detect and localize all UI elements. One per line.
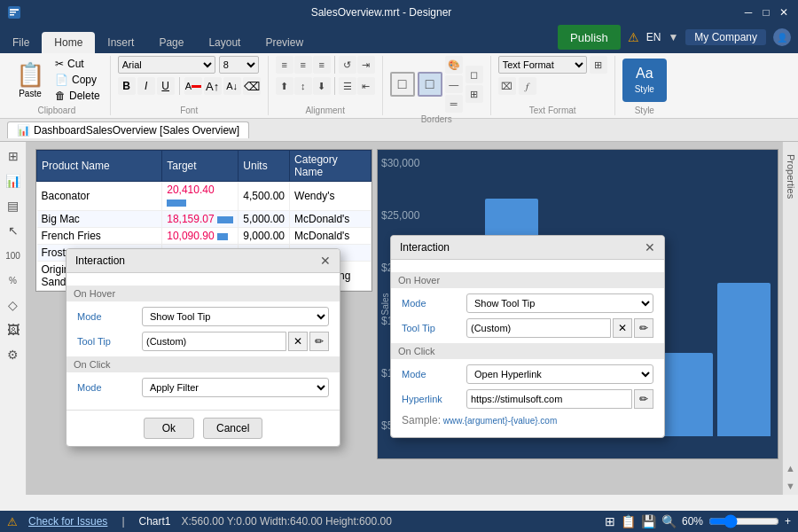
list-button[interactable]: ☰	[339, 77, 356, 95]
font-face-select[interactable]: Arial	[118, 56, 215, 74]
sidebar-icon-grid[interactable]: ⊞	[3, 145, 24, 167]
tab-file[interactable]: File	[0, 32, 42, 53]
valign-top-button[interactable]: ⬆	[276, 77, 293, 95]
style-button[interactable]: Aa Style	[622, 59, 667, 102]
clear-format-button[interactable]: ⌫	[243, 77, 261, 95]
status-icon-2[interactable]: 📋	[621, 514, 636, 528]
tab-preview[interactable]: Preview	[253, 32, 316, 53]
sidebar-icon-chart[interactable]: 📊	[3, 170, 24, 192]
sidebar-icon-layers[interactable]: ▤	[3, 195, 24, 216]
valign-bot-button[interactable]: ⬇	[313, 77, 331, 95]
dialog1-mode-label: Mode	[77, 311, 135, 322]
align-left-button[interactable]: ≡	[276, 56, 293, 74]
dialog2-header: Interaction ✕	[391, 236, 664, 260]
shadow-btn[interactable]: ◻	[466, 66, 483, 83]
border-style-btn[interactable]: □	[390, 72, 415, 97]
design-tab-item[interactable]: 📊 DashboardSalesOverview [Sales Overview…	[7, 121, 249, 138]
status-icon-4[interactable]: 🔍	[661, 514, 677, 528]
dialog1-tooltip-clear-btn[interactable]: ✕	[288, 332, 308, 351]
dialog2-tooltip-clear-btn[interactable]: ✕	[613, 318, 632, 338]
dialog2-tooltip-input[interactable]	[466, 318, 611, 338]
align-right-button[interactable]: ≡	[313, 56, 331, 74]
font-size-increase[interactable]: A↑	[204, 77, 222, 95]
sidebar-scroll-up[interactable]: ▲	[786, 463, 795, 473]
sidebar-icon-settings[interactable]: ⚙	[3, 344, 24, 365]
dialog1-cancel-button[interactable]: Cancel	[203, 418, 262, 439]
sidebar-scroll-down[interactable]: ▼	[786, 481, 795, 491]
text-format-clear[interactable]: ⌧	[498, 77, 516, 95]
language-selector[interactable]: EN	[646, 31, 661, 43]
svg-rect-1	[10, 9, 19, 11]
font-color-button[interactable]: A	[184, 77, 202, 95]
publish-button[interactable]: Publish	[558, 25, 621, 50]
dialog1-click-mode-select[interactable]: Apply Filter	[142, 378, 329, 397]
font-size-decrease[interactable]: A↓	[223, 77, 241, 95]
chart-bar	[717, 283, 771, 436]
sidebar-icon-percent[interactable]: %	[3, 270, 24, 291]
user-avatar[interactable]: 👤	[773, 28, 791, 46]
properties-tab[interactable]: Properties	[784, 149, 798, 204]
dialog1-mode-select[interactable]: Show Tool Tip	[142, 307, 329, 326]
paste-button[interactable]: 📋 Paste	[11, 58, 50, 102]
tab-insert[interactable]: Insert	[95, 32, 146, 53]
interaction-dialog-1: Interaction ✕ On Hover Mode Show Tool Ti…	[66, 248, 340, 447]
italic-button[interactable]: I	[137, 77, 155, 95]
check-issues-label[interactable]: Check for Issues	[28, 515, 107, 528]
align-center-button[interactable]: ≡	[294, 56, 312, 74]
zoom-plus[interactable]: +	[785, 515, 791, 528]
zoom-slider[interactable]	[708, 514, 779, 528]
dialog2-click-mode-select[interactable]: Open Hyperlink	[466, 364, 653, 384]
outdent-button[interactable]: ⇤	[357, 77, 375, 95]
fill-color-btn[interactable]: 🎨	[445, 56, 463, 74]
dialog2-mode-select[interactable]: Show Tool Tip	[466, 293, 653, 313]
sidebar-icon-cursor[interactable]: ↖	[3, 220, 24, 241]
indent-button[interactable]: ⇥	[357, 56, 375, 74]
tab-layout[interactable]: Layout	[196, 32, 253, 53]
border-active-btn[interactable]: □	[418, 72, 442, 97]
tab-home[interactable]: Home	[42, 32, 95, 53]
status-icon-1[interactable]: ⊞	[605, 514, 615, 528]
right-sidebar: Properties ▲ ▼	[782, 142, 798, 495]
left-sidebar: ⊞ 📊 ▤ ↖ 100 % ◇ 🖼 ⚙	[0, 142, 27, 495]
dialog1-click-mode-row: Mode Apply Filter	[77, 378, 329, 397]
valign-mid-button[interactable]: ↕	[294, 77, 312, 95]
dialog1-close-button[interactable]: ✕	[320, 254, 331, 268]
bold-button[interactable]: B	[118, 77, 136, 95]
tab-label: DashboardSalesOverview [Sales Overview]	[34, 124, 239, 137]
text-format-expand[interactable]: ⊞	[590, 56, 607, 74]
font-size-select[interactable]: 8	[219, 56, 259, 74]
dialog1-tooltip-edit-btn[interactable]: ✏	[309, 332, 329, 351]
sidebar-icon-image[interactable]: 🖼	[3, 319, 24, 340]
dialog1-tooltip-input[interactable]	[142, 332, 286, 351]
sidebar-icon-shapes[interactable]: ◇	[3, 294, 24, 316]
dialog2-hyperlink-input[interactable]	[466, 389, 632, 409]
lang-arrow: ▼	[668, 31, 678, 43]
font-group-label: Font	[118, 104, 261, 115]
dialog2-tooltip-edit-btn[interactable]: ✏	[634, 318, 653, 338]
rotate-button[interactable]: ↺	[339, 56, 356, 74]
status-bar: ⚠ Check for Issues | Chart1 X:560.00 Y:0…	[0, 511, 798, 532]
border-color-btn[interactable]: —	[445, 75, 463, 93]
company-button[interactable]: My Company	[685, 29, 766, 45]
delete-button[interactable]: 🗑Delete	[52, 89, 103, 103]
status-icon-3[interactable]: 💾	[641, 514, 656, 528]
border-expand-btn[interactable]: ⊞	[466, 85, 483, 103]
close-button[interactable]: ✕	[777, 5, 791, 20]
dialog2-close-button[interactable]: ✕	[645, 240, 655, 254]
border-width-btn[interactable]: ═	[445, 95, 463, 113]
restore-button[interactable]: □	[759, 5, 773, 20]
sidebar-icon-100[interactable]: 100	[3, 245, 24, 266]
status-right: ⊞ 📋 💾 🔍 60% +	[605, 514, 791, 528]
text-format-select[interactable]: Text Format	[498, 56, 587, 74]
tab-page[interactable]: Page	[146, 32, 196, 53]
dialog2-hyperlink-edit-btn[interactable]: ✏	[634, 389, 653, 409]
copy-button[interactable]: 📄Copy	[52, 73, 103, 87]
underline-button[interactable]: U	[157, 77, 175, 95]
cut-button[interactable]: ✂Cut	[52, 57, 103, 71]
text-format-opt2[interactable]: 𝑓	[519, 77, 536, 95]
ribbon-group-alignment: ≡ ≡ ≡ ↺ ⇥ ⬆ ↕ ⬇ ☰ ⇤ Alignment	[269, 56, 383, 115]
coordinates-label: X:560.00 Y:0.00 Width:640.00 Height:600.…	[182, 515, 392, 528]
dialog1-ok-button[interactable]: Ok	[144, 418, 194, 439]
minimize-button[interactable]: ─	[741, 5, 755, 20]
textformat-group-label: Text Format	[498, 104, 607, 115]
